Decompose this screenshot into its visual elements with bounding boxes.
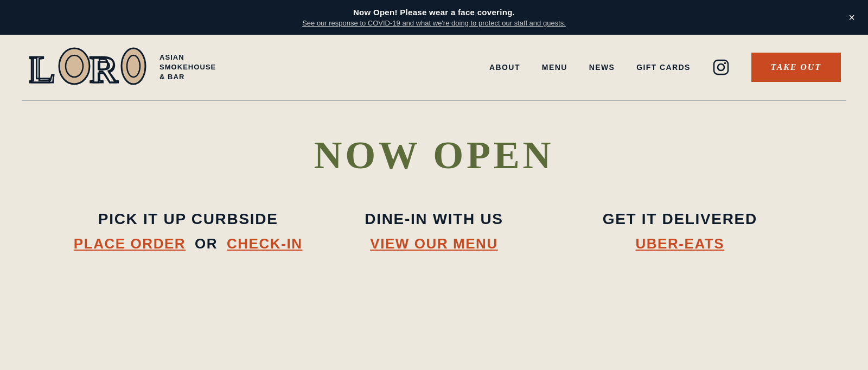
svg-point-9 [718,64,724,71]
svg-point-4 [122,48,145,84]
promo-curbside: PICK IT UP CURBSIDE PLACE ORDER OR CHECK… [65,210,311,252]
promo-grid: PICK IT UP CURBSIDE PLACE ORDER OR CHECK… [43,210,825,252]
close-banner-button[interactable]: × [848,12,855,23]
promo-delivery-links: UBER-EATS [557,235,803,252]
main-content: NOW OPEN PICK IT UP CURBSIDE PLACE ORDER… [0,100,868,296]
now-open-title: NOW OPEN [43,133,825,178]
view-menu-link[interactable]: VIEW OUR MENU [370,235,498,252]
announcement-banner: Now Open! Please wear a face covering. S… [0,0,868,35]
banner-covid-link[interactable]: See our response to COVID-19 and what we… [33,19,835,27]
instagram-icon-button[interactable] [712,59,730,76]
logo-area: L R L R ASIAN SMOKEHOUSE & BAR [27,46,216,89]
svg-text:L: L [29,51,50,89]
check-in-link[interactable]: CHECK-IN [227,235,303,252]
promo-dine-in: DINE-IN WITH US VIEW OUR MENU [311,210,557,252]
svg-point-10 [724,62,726,65]
or-separator: OR [195,235,222,252]
promo-delivery: GET IT DELIVERED UBER-EATS [557,210,803,252]
nav-area: ABOUT MENU NEWS GIFT CARDS TAKE OUT [489,53,841,82]
nav-gift-cards[interactable]: GIFT CARDS [636,63,691,72]
takeout-button[interactable]: TAKE OUT [751,53,841,82]
nav-news[interactable]: NEWS [589,63,615,72]
promo-dine-in-links: VIEW OUR MENU [311,235,557,252]
promo-curbside-heading: PICK IT UP CURBSIDE [65,210,311,228]
place-order-link[interactable]: PLACE ORDER [74,235,186,252]
nav-menu[interactable]: MENU [542,63,567,72]
svg-rect-8 [714,60,728,74]
svg-point-1 [59,48,90,84]
promo-curbside-links: PLACE ORDER OR CHECK-IN [65,235,311,252]
header: L R L R ASIAN SMOKEHOUSE & BAR ABOUT [0,35,868,100]
promo-delivery-heading: GET IT DELIVERED [557,210,803,228]
promo-dine-in-heading: DINE-IN WITH US [311,210,557,228]
nav-about[interactable]: ABOUT [489,63,520,72]
banner-title: Now Open! Please wear a face covering. [33,8,835,17]
uber-eats-link[interactable]: UBER-EATS [635,235,724,252]
instagram-icon [712,59,730,76]
logo-wordmark[interactable]: L R L R [27,46,146,89]
svg-text:R: R [91,51,116,89]
logo-tagline: ASIAN SMOKEHOUSE & BAR [159,53,216,82]
loro-logo-svg: L R L R [27,46,146,89]
